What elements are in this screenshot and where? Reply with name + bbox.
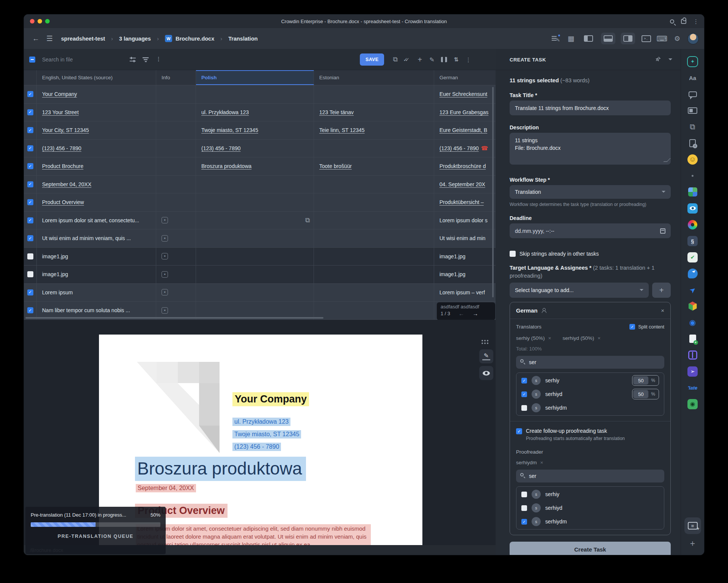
german-cell[interactable]: 123 Eure Grabesgas — [434, 104, 496, 121]
source-cell[interactable]: Product Overview — [37, 193, 156, 211]
description-textarea[interactable]: 11 strings File: Brochure.docx — [510, 133, 671, 165]
source-cell[interactable]: September 04, 20XX — [37, 176, 156, 193]
table-row[interactable]: ✓Lorem ipsum dolor sit amet, consectetu.… — [24, 212, 496, 230]
console-button[interactable]: >_ — [640, 35, 652, 42]
table-row[interactable]: ✓123 Your Streetul. Przykładowa 123123 T… — [24, 104, 496, 122]
row-checkbox[interactable]: ✓ — [27, 199, 33, 205]
filter-button[interactable] — [141, 57, 151, 62]
polish-cell[interactable]: Broszura produktowa — [196, 157, 314, 175]
assignee-row[interactable]: sserhiy — [516, 487, 664, 501]
assignee-row[interactable]: sserhiyd — [516, 501, 664, 515]
sidebar-item-capture-app[interactable] — [684, 250, 701, 264]
followup-checkbox[interactable]: ✓ — [516, 428, 522, 434]
sidebar-item-machine-translation[interactable] — [684, 71, 701, 85]
zoom-window-button[interactable] — [45, 19, 50, 24]
source-cell[interactable]: Your City, ST 12345 — [37, 121, 156, 139]
preview-drag-handle-icon[interactable] — [482, 340, 483, 341]
sidebar-item-dove-app[interactable] — [684, 267, 701, 280]
pin-icon[interactable] — [655, 56, 661, 63]
sidebar-item-birdy-app[interactable] — [684, 365, 701, 378]
source-cell[interactable]: Lorem ipsum dolor sit amet, consectetu..… — [37, 212, 156, 229]
row-checkbox[interactable]: ✓ — [27, 181, 33, 187]
row-checkbox[interactable] — [27, 253, 33, 259]
estonian-cell[interactable] — [314, 302, 434, 319]
add-language-button[interactable]: + — [652, 283, 671, 298]
string-info-icon[interactable]: ✶ — [162, 289, 168, 295]
sidebar-item-color-wheel[interactable] — [684, 218, 701, 231]
string-info-icon[interactable]: ✶ — [162, 235, 168, 242]
table-row[interactable]: ✓Product OverviewProduktübersicht – — [24, 193, 496, 212]
sidebar-item-doc-add-app[interactable] — [684, 332, 701, 346]
source-cell[interactable]: image1.jpg — [37, 266, 156, 283]
row-checkbox[interactable]: ✓ — [27, 145, 33, 151]
add-string-button[interactable]: + — [415, 55, 425, 64]
collapse-rows-button[interactable]: ⇅ — [451, 56, 461, 63]
skip-strings-row[interactable]: Skip strings already in other tasks — [510, 251, 671, 257]
breadcrumb-languages[interactable]: 3 languages — [119, 36, 151, 42]
polish-cell[interactable]: Twoje miasto, ST 12345 — [196, 121, 314, 139]
browser-search-icon[interactable] — [670, 19, 674, 24]
sidebar-item-translator-app[interactable] — [684, 185, 701, 199]
sidebar-item-glossary[interactable] — [684, 120, 701, 134]
deadline-input[interactable]: dd.mm.yyyy, --:-- — [510, 223, 671, 238]
task-title-input[interactable] — [510, 101, 671, 115]
preview-edit-button[interactable]: ✎ — [479, 349, 493, 363]
sidebar-item-create-task[interactable] — [684, 517, 701, 534]
assignee-row[interactable]: sserhiydm — [516, 401, 664, 415]
source-cell[interactable]: 123 Your Street — [37, 104, 156, 121]
german-cell[interactable]: image1.jpg — [434, 248, 496, 266]
preview-visibility-button[interactable] — [479, 366, 493, 380]
german-cell[interactable]: Lorem ipsum – verf — [434, 284, 496, 302]
sidebar-item-tate-logo[interactable]: 'late — [684, 381, 701, 394]
sidebar-item-columns-app[interactable] — [684, 348, 701, 362]
sidebar-item-ai-assistant[interactable] — [684, 55, 701, 68]
sidebar-item-file-context[interactable] — [684, 136, 701, 150]
layout-left-pane-button[interactable] — [581, 33, 596, 44]
table-row[interactable]: ✓Product BrochureBroszura produktowaToot… — [24, 157, 496, 176]
polish-cell[interactable] — [196, 302, 314, 319]
polish-cell[interactable] — [196, 176, 314, 193]
german-cell[interactable]: image1.jpg — [434, 266, 496, 283]
sidebar-item-translation-memory[interactable] — [684, 104, 701, 117]
column-header-polish[interactable]: Polish — [196, 70, 314, 85]
table-row[interactable]: ✓September 04, 20XX04. September 20X — [24, 176, 496, 194]
sidebar-item-cube-app[interactable] — [684, 299, 701, 313]
german-cell[interactable]: Ut wisi enim ad min — [434, 229, 496, 247]
assignee-checkbox[interactable] — [521, 405, 527, 411]
translator-search-input[interactable] — [516, 356, 664, 369]
estonian-cell[interactable]: Toote brošüür — [314, 157, 434, 175]
assignee-checkbox[interactable]: ✓ — [521, 391, 527, 397]
assignee-row[interactable]: ✓sserhiyd% — [516, 387, 664, 401]
toolbar-menu-button[interactable]: ⋮ — [463, 57, 473, 63]
estonian-cell[interactable] — [314, 248, 434, 266]
source-cell[interactable]: Your Company — [37, 85, 156, 103]
german-cell[interactable]: Produktübersicht – — [434, 193, 496, 211]
percent-input[interactable] — [633, 390, 648, 398]
search-input[interactable] — [41, 56, 106, 63]
row-checkbox[interactable]: ✓ — [27, 307, 33, 313]
tasks-compose-icon[interactable] — [550, 36, 561, 42]
row-checkbox[interactable]: ✓ — [27, 235, 33, 241]
more-filters-button[interactable]: ⁞ — [154, 56, 163, 63]
edit-button[interactable]: ✎ — [427, 56, 437, 63]
german-cell[interactable]: Euer Schreckensunt — [434, 85, 496, 103]
skip-strings-checkbox[interactable] — [510, 251, 516, 257]
workflow-step-select[interactable]: Translation — [510, 185, 671, 199]
assignee-checkbox[interactable] — [521, 505, 527, 511]
estonian-cell[interactable]: Teie linn, ST 12345 — [314, 121, 434, 139]
table-row[interactable]: ✓Your City, ST 12345Twoje miasto, ST 123… — [24, 121, 496, 140]
polish-cell[interactable] — [196, 193, 314, 211]
settings-gear-icon[interactable]: ⚙ — [672, 35, 682, 43]
minimize-window-button[interactable] — [38, 19, 42, 24]
estonian-cell[interactable]: 123 Teie tänav — [314, 104, 434, 121]
polish-cell[interactable] — [196, 266, 314, 283]
sidebar-item-comments[interactable] — [684, 87, 701, 101]
close-window-button[interactable] — [30, 19, 35, 24]
sidebar-item-green-eye-app[interactable] — [684, 397, 701, 411]
breadcrumb-project[interactable]: spreadsheet-test — [61, 36, 105, 42]
sidebar-item-emoji-reactions[interactable] — [684, 152, 701, 166]
copy-source-button[interactable]: ⧉ — [390, 56, 400, 63]
estonian-cell[interactable] — [314, 266, 434, 283]
german-cell[interactable]: Lorem ipsum dolor s — [434, 212, 496, 229]
source-cell[interactable]: Lorem ipsum — [37, 284, 156, 302]
